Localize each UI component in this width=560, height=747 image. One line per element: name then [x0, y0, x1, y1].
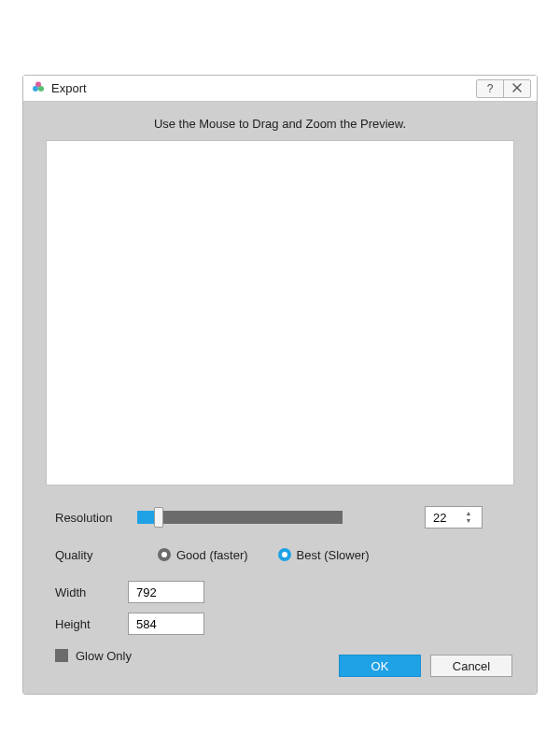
resolution-label: Resolution [55, 511, 137, 525]
close-button[interactable] [503, 79, 531, 98]
glow-only-label: Glow Only [76, 649, 132, 663]
titlebar: Export ? [23, 76, 537, 102]
svg-point-2 [38, 86, 44, 92]
ok-button[interactable]: OK [339, 655, 421, 677]
app-icon [31, 79, 46, 97]
chevron-up-icon[interactable]: ▲ [466, 510, 472, 517]
close-icon [512, 82, 522, 95]
resolution-slider[interactable] [137, 511, 343, 524]
height-label: Height [55, 617, 128, 631]
checkbox-icon [55, 649, 68, 662]
quality-radio-best[interactable]: Best (Slower) [278, 548, 370, 562]
quality-best-label: Best (Slower) [297, 548, 370, 562]
dialog-body: Use the Mouse to Drag and Zoom the Previ… [23, 102, 537, 694]
resolution-spinner[interactable]: ▲ ▼ [425, 506, 483, 529]
help-button[interactable]: ? [476, 79, 504, 98]
glow-only-checkbox[interactable]: Glow Only [55, 649, 132, 663]
quality-label: Quality [55, 548, 137, 562]
height-input[interactable] [128, 613, 204, 635]
slider-thumb[interactable] [154, 507, 163, 528]
radio-icon [158, 548, 171, 561]
resolution-value-input[interactable] [426, 507, 461, 528]
export-dialog: Export ? Use the Mouse to Drag and Zoom … [22, 75, 538, 695]
help-icon: ? [487, 82, 494, 95]
cancel-button-label: Cancel [453, 659, 490, 673]
window-title: Export [51, 81, 87, 95]
preview-canvas[interactable] [46, 140, 514, 486]
instruction-text: Use the Mouse to Drag and Zoom the Previ… [23, 102, 537, 140]
spinner-buttons[interactable]: ▲ ▼ [461, 507, 476, 528]
width-input[interactable] [128, 581, 204, 603]
quality-good-label: Good (faster) [176, 548, 248, 562]
cancel-button[interactable]: Cancel [430, 655, 512, 677]
width-label: Width [55, 585, 128, 599]
chevron-down-icon[interactable]: ▼ [466, 517, 472, 525]
ok-button-label: OK [371, 659, 389, 673]
radio-icon-selected [278, 548, 291, 561]
quality-radio-good[interactable]: Good (faster) [158, 548, 248, 562]
svg-point-1 [33, 86, 38, 92]
